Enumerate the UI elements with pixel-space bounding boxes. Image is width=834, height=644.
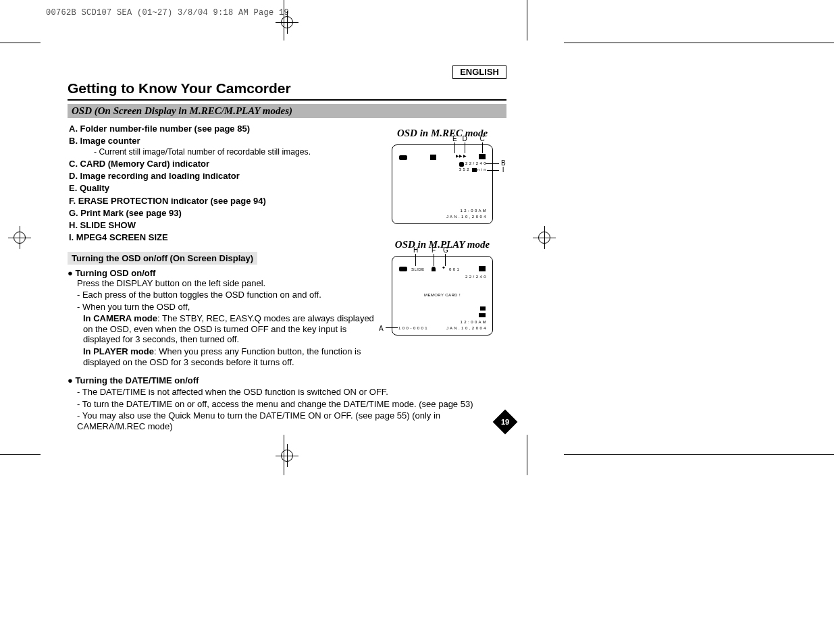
definition-list: A. Folder number-file number (see page 8… (69, 124, 378, 244)
callout-f: F (432, 246, 436, 254)
min-text: m i n (476, 167, 486, 171)
inline-bold: In PLAYER mode (83, 346, 154, 356)
folder-text: 1 0 0 - 0 0 0 1 (398, 326, 427, 330)
turning-osd-header: Turning the OSD on/off (On Screen Displa… (68, 252, 257, 265)
def-item: H. SLIDE SHOW (69, 220, 378, 231)
callout-h: H (413, 246, 419, 254)
memcard-text: MEMORY CARD ! (392, 293, 492, 297)
para-line: - Each press of the button toggles the O… (77, 290, 378, 300)
def-item: B. Image counter - Current still image/T… (69, 136, 378, 157)
left-column: A. Folder number-file number (see page 8… (68, 122, 378, 432)
bullet-heading: ● Turning the DATE/TIME on/off (68, 375, 378, 385)
crop-mark (564, 43, 834, 43)
counter-text: 2 2 / 2 4 0 (465, 161, 486, 165)
def-item: F. ERASE PROTECTION indicator (see page … (69, 196, 378, 207)
register-mark (8, 226, 31, 249)
para-line: In CAMERA mode: The STBY, REC, EASY.Q mo… (83, 313, 378, 345)
time-text: 1 2 : 0 0 A M (460, 209, 486, 213)
section-subtitle: OSD (On Screen Display in M.REC/M.PLAY m… (68, 104, 506, 118)
callout-e: E (452, 135, 457, 142)
printnum-text: 0 0 1 (449, 267, 459, 271)
blink-icon: ▶▶▶ (456, 153, 467, 158)
crop-mark (0, 454, 41, 455)
def-label: B. Image counter (69, 136, 140, 146)
slide-text: SLIDE (411, 267, 424, 271)
def-item: G. Print Mark (see page 93) (69, 208, 378, 219)
def-item: E. Quality (69, 183, 378, 194)
crop-mark (564, 454, 834, 455)
right-column: OSD in M.REC mode ▶▶▶ 2 2 / 2 4 0 3 5 2 … (378, 122, 506, 432)
crop-mark (527, 0, 527, 41)
size-text: 3 5 2 (459, 167, 469, 171)
register-mark (533, 226, 556, 249)
print-icon: ✦ (442, 265, 446, 271)
def-item: A. Folder number-file number (see page 8… (69, 124, 378, 134)
bullet-heading: ● Turning OSD on/off (68, 268, 378, 278)
def-item: D. Image recording and loading indicator (69, 171, 378, 182)
crop-mark (527, 435, 527, 475)
callout-c: C (479, 135, 485, 142)
diagram-title-mplay: OSD in M.PLAY mode (378, 239, 506, 250)
para-line: Press the DISPLAY button on the left sid… (77, 278, 378, 289)
para-line: In PLAYER mode: When you press any Funct… (83, 346, 378, 367)
callout-i: I (502, 166, 504, 173)
diagram-title-mrec: OSD in M.REC mode (378, 128, 506, 139)
def-item: I. MPEG4 SCREEN SIZE (69, 232, 378, 243)
page-number: 19 (496, 413, 514, 431)
inline-bold: In CAMERA mode (83, 313, 157, 323)
register-mark (276, 11, 298, 34)
battery-icon (399, 155, 407, 160)
def-subtext: - Current still image/Total number of re… (94, 147, 378, 157)
card-icon (479, 266, 486, 271)
diagram-mplay: SLIDE ✦ 0 0 1 2 2 / 2 4 0 MEMORY CARD ! … (392, 256, 493, 336)
date-text: J A N . 1 0 , 2 0 0 4 (446, 326, 486, 330)
diagram-mrec: ▶▶▶ 2 2 / 2 4 0 3 5 2 m i n 1 2 : 0 0 A … (392, 144, 493, 224)
sf-icon (459, 162, 464, 167)
date-text: J A N . 1 0 , 2 0 0 4 (446, 215, 486, 219)
crop-mark (0, 43, 41, 43)
card-icon (479, 154, 486, 159)
def-item: C. CARD (Memory Card) indicator (69, 159, 378, 169)
callout-g: G (443, 246, 448, 254)
imposition-header: 00762B SCD107 SEA (01~27) 3/8/04 9:18 AM… (46, 8, 289, 18)
time-text: 1 2 : 0 0 A M (460, 320, 486, 324)
callout-a: A (379, 325, 384, 332)
lock-icon (432, 267, 436, 271)
paragraph: Press the DISPLAY button on the left sid… (77, 278, 378, 368)
size-icon (479, 313, 486, 317)
register-mark (276, 444, 298, 467)
callout-d: D (462, 135, 467, 142)
para-line: - When you turn the OSD off, (77, 302, 378, 313)
language-badge: ENGLISH (452, 65, 506, 79)
page-title: Getting to Know Your Camcorder (68, 80, 506, 101)
counter-text: 2 2 / 2 4 0 (465, 275, 486, 279)
sf-icon (480, 306, 486, 311)
page-number-text: 19 (496, 413, 514, 431)
battery-icon (399, 267, 407, 271)
page-body: ENGLISH Getting to Know Your Camcorder O… (68, 65, 506, 432)
camera-icon (430, 155, 436, 160)
